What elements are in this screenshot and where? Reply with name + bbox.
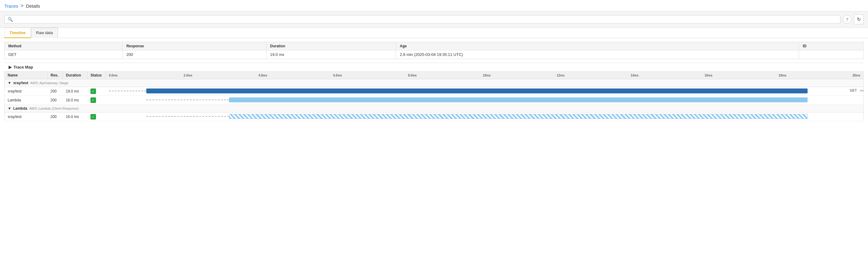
group-type-1: AWS::Lambda (Client Response) [29,107,79,110]
main-content: Method Response Duration Age ID GET 200 … [0,42,868,121]
row-name-1-0: xray/test [5,112,48,121]
col-header-timeline: 0.0ms 2.0ms 4.0ms 6.0ms 8.0ms 10ms 12ms … [106,72,864,79]
group-arrow-1: ▼ [8,106,11,111]
row-duration-0-1: 16.0 ms [63,96,87,105]
response-value: 200 [122,50,266,59]
trace-map-header[interactable]: ▶ Trace Map [4,63,864,71]
table-row[interactable]: xray/test 200 16.0 ms ✓ Invoke: function… [5,112,864,121]
breadcrumb: Traces > Details [0,0,868,11]
status-badge: ✓ [91,98,96,103]
response-header: Response [122,42,266,50]
tab-timeline[interactable]: Timeline [4,28,31,38]
row-response-0-0: 200 [48,87,63,96]
search-help-button[interactable]: ? [843,15,851,24]
bar-container: Invoke: function1 [109,114,861,120]
ruler-4: 8.0ms [408,74,416,77]
col-header-res: Res. [48,72,63,79]
method-header: Method [5,42,123,50]
bar [229,114,808,119]
search-input[interactable] [16,17,837,22]
age-value: 2.8 min (2025-03-04 19:35:11 UTC) [396,50,799,59]
ruler-9: 18ms [778,74,786,77]
ruler-labels: 0.0ms 2.0ms 4.0ms 6.0ms 8.0ms 10ms 12ms … [109,74,860,77]
id-header: ID [799,42,864,50]
ruler-3: 6.0ms [333,74,342,77]
breadcrumb-current: Details [26,3,40,8]
dashed-prefix [146,100,229,100]
group-name-0: xray/test [13,81,28,85]
group-header-cell-1: ▼ Lambda AWS::Lambda (Client Response) [5,105,864,112]
method-value: GET [5,50,123,59]
ruler-1: 2.0ms [184,74,192,77]
group-row-1[interactable]: ▼ Lambda AWS::Lambda (Client Response) [5,105,864,112]
table-row[interactable]: xray/test 200 19.0 ms ✓ GET .execute-api… [5,87,864,96]
bar-container: Invoke: function1 [109,97,861,103]
row-duration-1-0: 16.0 ms [63,112,87,121]
group-header-cell-0: ▼ xray/test AWS::ApiGateway::Stage [5,79,864,87]
bar-container: GET .execute-api.us-east-1.amazonaws.com… [109,88,861,94]
search-bar: 🔍 ? ↻ [0,11,868,28]
row-name-0-1: Lambda [5,96,48,105]
breadcrumb-separator: > [21,3,23,8]
duration-value: 19.0 ms [266,50,396,59]
bar [146,88,808,93]
ruler-5: 10ms [483,74,491,77]
breadcrumb-traces-link[interactable]: Traces [4,3,18,8]
search-refresh-button[interactable]: ↻ [854,15,864,24]
status-badge: ✓ [91,88,96,94]
ruler-8: 16ms [705,74,713,77]
row-response-1-0: 200 [48,112,63,121]
bar [229,98,808,102]
tab-rawdata[interactable]: Raw data [31,28,58,38]
row-timeline-0-0: GET .execute-api.us-east-1.amazonaws.com… [106,87,864,96]
col-header-status: Status [87,72,106,79]
ruler-6: 12ms [557,74,565,77]
trace-map-label: Trace Map [13,65,33,70]
col-header-name: Name [5,72,48,79]
row-response-0-1: 200 [48,96,63,105]
row-duration-0-0: 19.0 ms [63,87,87,96]
id-value [799,50,864,59]
ruler-2: 4.0ms [258,74,267,77]
timeline-table: Name Res. Duration Status 0.0ms 2.0ms 4.… [4,71,864,121]
duration-header: Duration [266,42,396,50]
group-name-1: Lambda [13,106,27,111]
trace-map-section: ▶ Trace Map [4,63,864,71]
ruler-0: 0.0ms [109,74,118,77]
ruler-10: 20ms [852,74,860,77]
dashed-prefix [146,116,229,117]
col-header-duration: Duration [63,72,87,79]
tabs-bar: Timeline Raw data [0,28,868,38]
table-row[interactable]: Lambda 200 16.0 ms ✓ Invoke: function1 [5,96,864,105]
bar-label: GET .execute-api.us-east-1.amazonaws.com… [850,88,864,92]
row-name-0-0: xray/test [5,87,48,96]
age-header: Age [396,42,799,50]
timeline-container: Name Res. Duration Status 0.0ms 2.0ms 4.… [4,71,864,121]
row-status-0-1: ✓ [87,96,106,105]
row-status-0-0: ✓ [87,87,106,96]
info-table: Method Response Duration Age ID GET 200 … [4,42,864,59]
row-timeline-1-0: Invoke: function1 [106,112,864,121]
ruler-7: 14ms [630,74,639,77]
group-type-0: AWS::ApiGateway::Stage [30,81,68,85]
trace-map-arrow: ▶ [8,65,12,70]
group-arrow-0: ▼ [8,81,11,85]
row-status-1-0: ✓ [87,112,106,121]
dashed-prefix [109,91,147,91]
status-badge: ✓ [91,114,96,119]
search-icon: 🔍 [8,17,13,22]
search-input-wrapper: 🔍 [4,15,840,24]
row-timeline-0-1: Invoke: function1 [106,96,864,105]
group-row-0[interactable]: ▼ xray/test AWS::ApiGateway::Stage [5,79,864,87]
